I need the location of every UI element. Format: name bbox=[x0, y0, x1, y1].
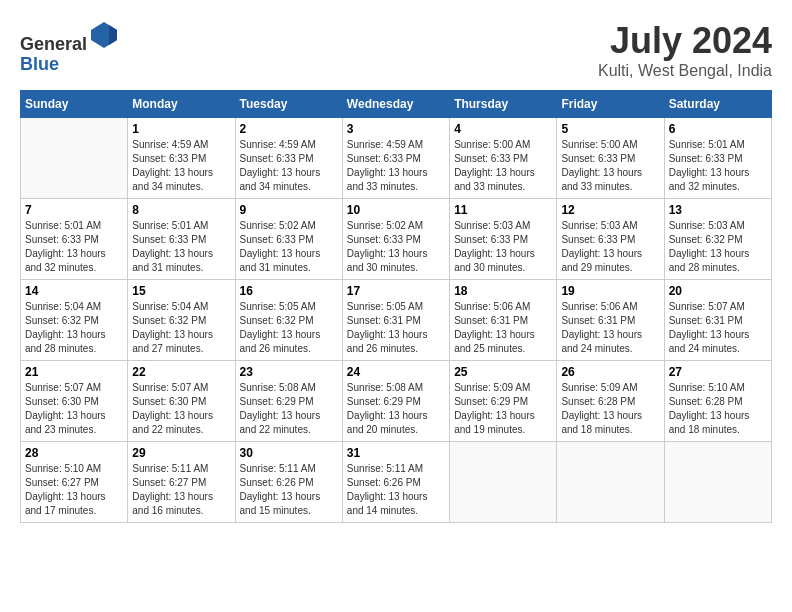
day-number: 6 bbox=[669, 122, 767, 136]
day-number: 2 bbox=[240, 122, 338, 136]
calendar-cell: 29Sunrise: 5:11 AM Sunset: 6:27 PM Dayli… bbox=[128, 442, 235, 523]
day-number: 26 bbox=[561, 365, 659, 379]
weekday-header-thursday: Thursday bbox=[450, 91, 557, 118]
calendar-subtitle: Kulti, West Bengal, India bbox=[598, 62, 772, 80]
day-info: Sunrise: 5:02 AM Sunset: 6:33 PM Dayligh… bbox=[240, 219, 338, 275]
day-info: Sunrise: 5:02 AM Sunset: 6:33 PM Dayligh… bbox=[347, 219, 445, 275]
calendar-cell: 7Sunrise: 5:01 AM Sunset: 6:33 PM Daylig… bbox=[21, 199, 128, 280]
day-info: Sunrise: 5:10 AM Sunset: 6:27 PM Dayligh… bbox=[25, 462, 123, 518]
day-info: Sunrise: 5:09 AM Sunset: 6:29 PM Dayligh… bbox=[454, 381, 552, 437]
svg-marker-1 bbox=[109, 25, 117, 45]
day-number: 21 bbox=[25, 365, 123, 379]
day-number: 1 bbox=[132, 122, 230, 136]
logo-icon bbox=[89, 20, 119, 50]
day-info: Sunrise: 5:07 AM Sunset: 6:30 PM Dayligh… bbox=[25, 381, 123, 437]
calendar-cell: 14Sunrise: 5:04 AM Sunset: 6:32 PM Dayli… bbox=[21, 280, 128, 361]
weekday-header-sunday: Sunday bbox=[21, 91, 128, 118]
day-number: 10 bbox=[347, 203, 445, 217]
calendar-cell: 24Sunrise: 5:08 AM Sunset: 6:29 PM Dayli… bbox=[342, 361, 449, 442]
day-number: 13 bbox=[669, 203, 767, 217]
day-info: Sunrise: 5:08 AM Sunset: 6:29 PM Dayligh… bbox=[347, 381, 445, 437]
day-info: Sunrise: 5:04 AM Sunset: 6:32 PM Dayligh… bbox=[25, 300, 123, 356]
calendar-cell: 12Sunrise: 5:03 AM Sunset: 6:33 PM Dayli… bbox=[557, 199, 664, 280]
day-info: Sunrise: 5:04 AM Sunset: 6:32 PM Dayligh… bbox=[132, 300, 230, 356]
calendar-cell: 30Sunrise: 5:11 AM Sunset: 6:26 PM Dayli… bbox=[235, 442, 342, 523]
calendar-cell bbox=[664, 442, 771, 523]
day-info: Sunrise: 4:59 AM Sunset: 6:33 PM Dayligh… bbox=[240, 138, 338, 194]
day-number: 15 bbox=[132, 284, 230, 298]
calendar-cell: 19Sunrise: 5:06 AM Sunset: 6:31 PM Dayli… bbox=[557, 280, 664, 361]
day-info: Sunrise: 5:08 AM Sunset: 6:29 PM Dayligh… bbox=[240, 381, 338, 437]
day-info: Sunrise: 5:05 AM Sunset: 6:31 PM Dayligh… bbox=[347, 300, 445, 356]
calendar-body: 1Sunrise: 4:59 AM Sunset: 6:33 PM Daylig… bbox=[21, 118, 772, 523]
calendar-cell: 20Sunrise: 5:07 AM Sunset: 6:31 PM Dayli… bbox=[664, 280, 771, 361]
day-info: Sunrise: 4:59 AM Sunset: 6:33 PM Dayligh… bbox=[347, 138, 445, 194]
day-info: Sunrise: 5:00 AM Sunset: 6:33 PM Dayligh… bbox=[454, 138, 552, 194]
day-info: Sunrise: 5:05 AM Sunset: 6:32 PM Dayligh… bbox=[240, 300, 338, 356]
day-number: 8 bbox=[132, 203, 230, 217]
logo-blue-text: Blue bbox=[20, 54, 59, 74]
calendar-cell: 4Sunrise: 5:00 AM Sunset: 6:33 PM Daylig… bbox=[450, 118, 557, 199]
day-number: 5 bbox=[561, 122, 659, 136]
day-number: 29 bbox=[132, 446, 230, 460]
calendar-cell: 21Sunrise: 5:07 AM Sunset: 6:30 PM Dayli… bbox=[21, 361, 128, 442]
calendar-cell: 27Sunrise: 5:10 AM Sunset: 6:28 PM Dayli… bbox=[664, 361, 771, 442]
day-number: 24 bbox=[347, 365, 445, 379]
day-number: 25 bbox=[454, 365, 552, 379]
day-number: 28 bbox=[25, 446, 123, 460]
day-info: Sunrise: 4:59 AM Sunset: 6:33 PM Dayligh… bbox=[132, 138, 230, 194]
day-number: 19 bbox=[561, 284, 659, 298]
weekday-header-saturday: Saturday bbox=[664, 91, 771, 118]
calendar-cell: 23Sunrise: 5:08 AM Sunset: 6:29 PM Dayli… bbox=[235, 361, 342, 442]
calendar-cell: 31Sunrise: 5:11 AM Sunset: 6:26 PM Dayli… bbox=[342, 442, 449, 523]
week-row-2: 14Sunrise: 5:04 AM Sunset: 6:32 PM Dayli… bbox=[21, 280, 772, 361]
calendar-cell: 15Sunrise: 5:04 AM Sunset: 6:32 PM Dayli… bbox=[128, 280, 235, 361]
day-info: Sunrise: 5:00 AM Sunset: 6:33 PM Dayligh… bbox=[561, 138, 659, 194]
day-info: Sunrise: 5:11 AM Sunset: 6:26 PM Dayligh… bbox=[347, 462, 445, 518]
day-info: Sunrise: 5:03 AM Sunset: 6:33 PM Dayligh… bbox=[561, 219, 659, 275]
day-number: 11 bbox=[454, 203, 552, 217]
logo: General Blue bbox=[20, 20, 119, 75]
week-row-0: 1Sunrise: 4:59 AM Sunset: 6:33 PM Daylig… bbox=[21, 118, 772, 199]
day-number: 27 bbox=[669, 365, 767, 379]
day-info: Sunrise: 5:01 AM Sunset: 6:33 PM Dayligh… bbox=[25, 219, 123, 275]
calendar-cell: 6Sunrise: 5:01 AM Sunset: 6:33 PM Daylig… bbox=[664, 118, 771, 199]
calendar-cell: 18Sunrise: 5:06 AM Sunset: 6:31 PM Dayli… bbox=[450, 280, 557, 361]
day-info: Sunrise: 5:11 AM Sunset: 6:27 PM Dayligh… bbox=[132, 462, 230, 518]
calendar-cell: 22Sunrise: 5:07 AM Sunset: 6:30 PM Dayli… bbox=[128, 361, 235, 442]
weekday-header-friday: Friday bbox=[557, 91, 664, 118]
calendar-cell: 8Sunrise: 5:01 AM Sunset: 6:33 PM Daylig… bbox=[128, 199, 235, 280]
day-info: Sunrise: 5:09 AM Sunset: 6:28 PM Dayligh… bbox=[561, 381, 659, 437]
calendar-cell: 28Sunrise: 5:10 AM Sunset: 6:27 PM Dayli… bbox=[21, 442, 128, 523]
day-number: 16 bbox=[240, 284, 338, 298]
day-number: 3 bbox=[347, 122, 445, 136]
title-block: July 2024 Kulti, West Bengal, India bbox=[598, 20, 772, 80]
day-info: Sunrise: 5:01 AM Sunset: 6:33 PM Dayligh… bbox=[132, 219, 230, 275]
day-number: 12 bbox=[561, 203, 659, 217]
day-info: Sunrise: 5:07 AM Sunset: 6:30 PM Dayligh… bbox=[132, 381, 230, 437]
day-info: Sunrise: 5:10 AM Sunset: 6:28 PM Dayligh… bbox=[669, 381, 767, 437]
calendar-cell: 16Sunrise: 5:05 AM Sunset: 6:32 PM Dayli… bbox=[235, 280, 342, 361]
day-number: 18 bbox=[454, 284, 552, 298]
day-info: Sunrise: 5:01 AM Sunset: 6:33 PM Dayligh… bbox=[669, 138, 767, 194]
week-row-4: 28Sunrise: 5:10 AM Sunset: 6:27 PM Dayli… bbox=[21, 442, 772, 523]
day-info: Sunrise: 5:07 AM Sunset: 6:31 PM Dayligh… bbox=[669, 300, 767, 356]
calendar-cell: 17Sunrise: 5:05 AM Sunset: 6:31 PM Dayli… bbox=[342, 280, 449, 361]
day-number: 17 bbox=[347, 284, 445, 298]
day-number: 7 bbox=[25, 203, 123, 217]
calendar-cell: 26Sunrise: 5:09 AM Sunset: 6:28 PM Dayli… bbox=[557, 361, 664, 442]
week-row-1: 7Sunrise: 5:01 AM Sunset: 6:33 PM Daylig… bbox=[21, 199, 772, 280]
day-info: Sunrise: 5:03 AM Sunset: 6:32 PM Dayligh… bbox=[669, 219, 767, 275]
calendar-cell: 9Sunrise: 5:02 AM Sunset: 6:33 PM Daylig… bbox=[235, 199, 342, 280]
weekday-row: SundayMondayTuesdayWednesdayThursdayFrid… bbox=[21, 91, 772, 118]
day-info: Sunrise: 5:11 AM Sunset: 6:26 PM Dayligh… bbox=[240, 462, 338, 518]
calendar-cell: 5Sunrise: 5:00 AM Sunset: 6:33 PM Daylig… bbox=[557, 118, 664, 199]
day-info: Sunrise: 5:06 AM Sunset: 6:31 PM Dayligh… bbox=[454, 300, 552, 356]
day-number: 4 bbox=[454, 122, 552, 136]
weekday-header-monday: Monday bbox=[128, 91, 235, 118]
calendar-cell: 25Sunrise: 5:09 AM Sunset: 6:29 PM Dayli… bbox=[450, 361, 557, 442]
week-row-3: 21Sunrise: 5:07 AM Sunset: 6:30 PM Dayli… bbox=[21, 361, 772, 442]
calendar-cell bbox=[450, 442, 557, 523]
day-number: 30 bbox=[240, 446, 338, 460]
calendar-cell: 13Sunrise: 5:03 AM Sunset: 6:32 PM Dayli… bbox=[664, 199, 771, 280]
